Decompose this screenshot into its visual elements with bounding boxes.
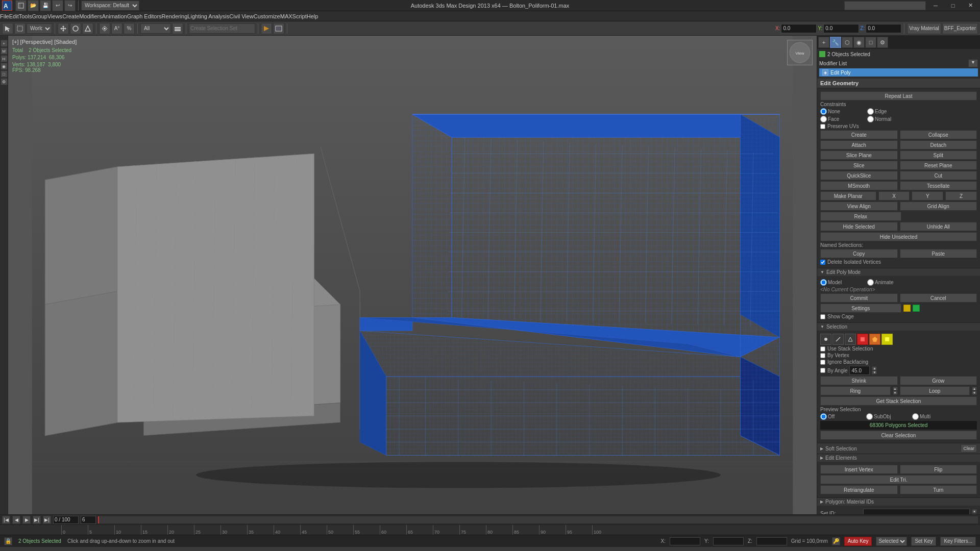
preserve-uvs-check[interactable] [820,124,825,129]
tl-play[interactable]: ▶ [22,516,31,524]
key-filters-btn[interactable]: Key Filters... [940,537,976,546]
scale-tool[interactable] [82,23,93,34]
loop-spinner[interactable]: ▲ ▼ [972,387,977,395]
edit-tri-btn[interactable]: Edit Tri. [820,475,977,484]
repeat-last-btn[interactable]: Repeat Last [820,91,977,101]
angle-snap[interactable]: A° [111,23,122,34]
show-cage-check[interactable] [820,314,825,319]
element-mode-btn[interactable] [869,334,880,345]
make-planar-btn[interactable]: Make Planar [820,191,876,201]
render-frame-window[interactable] [273,23,284,34]
grid-align-btn[interactable]: Grid Align [900,202,977,211]
menu-rendering[interactable]: Rendering [162,13,188,19]
soft-sel-header[interactable]: ▶ Soft Selection Clear [817,443,980,454]
slice-plane-btn[interactable]: Slice Plane [820,151,898,160]
constraint-face-radio[interactable] [820,116,827,122]
select-tool[interactable] [2,23,13,34]
close-btn[interactable]: ✕ [963,0,978,11]
reference-frame[interactable]: World Local View [27,23,52,34]
collapse-btn[interactable]: Collapse [900,130,977,139]
show-cage-color2[interactable] [913,305,920,312]
menu-file[interactable]: File [0,13,9,19]
ring-btn[interactable]: Ring [820,386,891,395]
paste-btn[interactable]: Paste [900,249,977,258]
edit-poly-modifier[interactable]: ◈ Edit Poly [819,68,978,77]
menu-group[interactable]: Group [32,13,47,19]
reset-plane-btn[interactable]: Reset Plane [900,161,977,170]
create-tab[interactable]: + [1,40,8,47]
attach-btn[interactable]: Attach [820,140,898,149]
menu-modifiers[interactable]: Modifiers [79,13,102,19]
poly-mat-header[interactable]: ▶ Polygon: Material IDs [817,498,980,506]
menu-civil-view[interactable]: Civil View [229,13,253,19]
display-tab[interactable]: □ [1,70,8,78]
layer-manager[interactable] [172,23,183,34]
preview-multi-radio[interactable] [912,413,919,420]
rotate-tool[interactable] [70,23,81,34]
settings-btn[interactable]: Settings [820,304,901,313]
x-status-input[interactable] [670,537,700,545]
snap-toggle[interactable] [99,23,110,34]
hide-unselected-btn[interactable]: Hide Unselected [820,232,977,241]
clear-selection-btn[interactable]: Clear Selection [820,431,977,440]
hierarchy-cmd-tab[interactable]: ⬡ [842,37,853,48]
auto-key-btn[interactable]: Auto Key [844,537,872,546]
bff-exporter-btn[interactable]: BFF_Exporter [942,23,978,34]
msmooth-btn[interactable]: MSmooth [820,181,898,190]
menu-create[interactable]: Create [62,13,79,19]
use-stack-check[interactable] [820,346,825,352]
loop-spin-up[interactable]: ▲ [972,387,977,391]
menu-maxscript[interactable]: MAXScript [280,13,307,19]
ring-spinner[interactable]: ▲ ▼ [893,387,898,395]
motion-cmd-tab[interactable]: ◉ [853,37,865,48]
detach-btn[interactable]: Detach [900,140,977,149]
unhide-all-btn[interactable]: Unhide All [900,222,977,231]
epm-model-radio[interactable] [820,279,827,286]
sel-color-btn[interactable] [881,334,893,345]
menu-help[interactable]: Help [307,13,318,19]
set-id-up[interactable]: ▲ [972,509,977,513]
y-status-input[interactable] [713,537,744,545]
save-btn[interactable]: 💾 [40,0,51,11]
split-btn[interactable]: Split [900,151,977,160]
cut-btn[interactable]: Cut [900,171,977,180]
set-id-spinner[interactable]: ▲ ▼ [972,509,977,514]
vertex-mode-btn[interactable] [820,334,831,345]
menu-animation[interactable]: Animation [102,13,127,19]
z-status-input[interactable] [756,537,787,545]
menu-graph-editors[interactable]: Graph Editors [127,13,162,19]
preview-subobj-radio[interactable] [866,413,873,420]
edit-geometry-header[interactable]: Edit Geometry [817,79,980,88]
redo-btn[interactable]: ↪ [64,0,76,11]
z-coord[interactable] [866,24,901,33]
nav-cube[interactable]: View [787,40,813,65]
tl-key-input[interactable] [81,516,96,524]
create-selection-input[interactable] [189,23,255,34]
polygon-mode-btn[interactable] [857,334,868,345]
get-stack-btn[interactable]: Get Stack Selection [820,396,977,406]
constraint-edge-radio[interactable] [867,108,874,115]
selected-filter-select[interactable]: Selected [876,537,907,546]
y-planar-btn[interactable]: Y [912,191,943,201]
search-input[interactable] [844,1,926,10]
epm-animate-radio[interactable] [867,279,874,286]
tessellate-btn[interactable]: Tessellate [900,181,977,190]
view-align-btn[interactable]: View Align [820,202,898,211]
minimize-btn[interactable]: ─ [928,0,943,11]
angle-spinner[interactable]: ▲ ▼ [872,366,877,374]
insert-vertex-btn[interactable]: Insert Vertex [820,465,898,474]
edge-mode-btn[interactable] [832,334,844,345]
tl-frame-input[interactable] [53,516,79,524]
show-cage-color[interactable] [903,305,911,312]
angle-spin-down[interactable]: ▼ [872,370,877,374]
ignore-backfacing-check[interactable] [820,360,825,365]
modify-cmd-tab[interactable]: 🔧 [830,37,841,48]
tl-prev-frame[interactable]: ◀ [12,516,20,524]
utilities-tab[interactable]: ⚙ [1,78,8,85]
delete-isolated-check[interactable] [820,260,825,265]
display-cmd-tab[interactable]: □ [865,37,876,48]
angle-value-input[interactable] [849,366,870,375]
create-btn[interactable]: Create [820,130,898,139]
z-planar-btn[interactable]: Z [945,191,977,201]
maximize-btn[interactable]: □ [945,0,961,11]
